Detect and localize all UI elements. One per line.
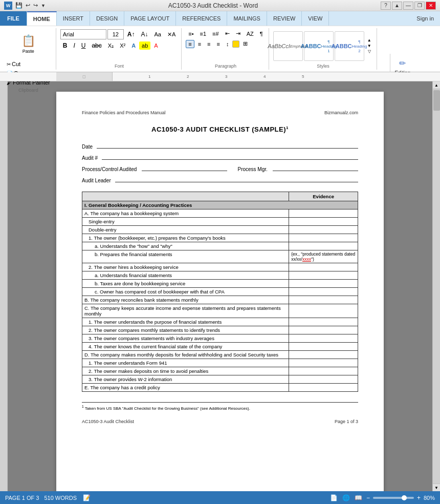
numbering-button[interactable]: ≡1: [197, 30, 209, 38]
maximize-btn[interactable]: ❐: [414, 2, 425, 10]
quick-access-redo[interactable]: ↪: [33, 2, 38, 9]
clipboard-group: 📋 Paste ✂ Cut 📄 Copy 🖌 Format Painter Cl…: [1, 28, 56, 70]
tab-mailings[interactable]: MAILINGS: [227, 11, 267, 26]
audit-leader-field-row: Audit Leader: [82, 175, 358, 183]
decrease-indent-button[interactable]: ⇤: [223, 29, 232, 38]
tab-design[interactable]: DESIGN: [90, 11, 124, 26]
font-name-input[interactable]: [60, 29, 106, 39]
borders-button[interactable]: ⊞: [240, 39, 250, 48]
bold-button[interactable]: B: [60, 41, 70, 50]
tab-review[interactable]: REVIEW: [267, 11, 302, 26]
ribbon-toggle[interactable]: ▲: [392, 2, 402, 10]
style-emphasis[interactable]: AaBbCcI Emphasis: [273, 31, 303, 61]
document-footnote: 1 Taken from US SBA "Audit Checklist for…: [82, 402, 358, 411]
view-print-icon[interactable]: 📄: [329, 493, 339, 502]
quick-access-customize[interactable]: ▼: [41, 3, 46, 8]
decrease-font-button[interactable]: A↓: [138, 30, 150, 39]
tab-home[interactable]: HOME: [27, 11, 57, 26]
table-row: 2. The owner hires a bookkeeping service: [82, 263, 358, 271]
justify-button[interactable]: ≡: [214, 40, 223, 48]
superscript-button[interactable]: X²: [117, 41, 128, 50]
tab-file[interactable]: FILE: [0, 11, 27, 26]
scroll-thumb[interactable]: [433, 90, 440, 111]
multilevel-button[interactable]: ≡#: [210, 30, 222, 38]
table-row: D. The company makes monthly deposits fo…: [82, 351, 358, 359]
row-item: 4. The owner knows the current financial…: [82, 343, 289, 351]
cut-button[interactable]: ✂ Cut: [4, 60, 53, 68]
row-item: 2. The owner makes deposits on time to a…: [82, 367, 289, 375]
proofing-icon[interactable]: 📝: [82, 493, 91, 502]
date-field-row: Date: [82, 141, 358, 150]
zoom-in-button[interactable]: +: [417, 494, 421, 501]
subscript-button[interactable]: X₂: [105, 41, 116, 50]
row-evidence: [289, 209, 358, 218]
document-header: Finance Policies and Procedures Manual B…: [82, 110, 358, 115]
quick-access-save[interactable]: 💾: [15, 2, 23, 9]
tab-page-layout[interactable]: PAGE LAYOUT: [124, 11, 176, 26]
view-web-icon[interactable]: 🌐: [342, 493, 351, 502]
row-evidence: [289, 334, 358, 343]
font-color-button[interactable]: A: [151, 41, 160, 50]
align-center-button[interactable]: ≡: [195, 40, 204, 48]
table-row: 3. The owner provides W-2 information: [82, 375, 358, 384]
sort-button[interactable]: AZ: [244, 30, 256, 38]
align-left-button[interactable]: ≡: [186, 40, 194, 48]
text-effects-button[interactable]: A: [129, 41, 138, 50]
row-item: 1. The owner (bookkeeper, etc.) prepares…: [82, 234, 289, 242]
tab-references[interactable]: REFERENCES: [176, 11, 227, 26]
scroll-up-arrow[interactable]: ▲: [433, 81, 441, 89]
audit-leader-line[interactable]: [115, 175, 358, 182]
zoom-slider[interactable]: [373, 497, 414, 499]
date-line[interactable]: [97, 141, 358, 149]
help-icon[interactable]: ?: [381, 2, 391, 10]
table-row: C. The company keeps accurate income and…: [82, 304, 358, 318]
underline-button[interactable]: U: [79, 41, 89, 50]
view-read-icon[interactable]: 📖: [354, 493, 363, 502]
audit-line[interactable]: [102, 153, 358, 160]
font-size-input[interactable]: [107, 29, 124, 39]
increase-font-button[interactable]: A↑: [125, 30, 138, 39]
clear-formatting-button[interactable]: ✕A: [165, 30, 178, 39]
scroll-down-arrow[interactable]: ▼: [433, 484, 441, 491]
row-evidence: [289, 318, 358, 326]
tab-view[interactable]: VIEW: [302, 11, 329, 26]
styles-scroll-down[interactable]: ▲ ▼ ▽: [365, 38, 373, 54]
bullets-button[interactable]: ≡•: [186, 30, 196, 38]
quick-access-undo[interactable]: ↩: [26, 2, 30, 9]
tab-insert[interactable]: INSERT: [57, 11, 90, 26]
ribbon: FILE HOME INSERT DESIGN PAGE LAYOUT REFE…: [0, 11, 440, 72]
close-btn[interactable]: ✕: [426, 2, 436, 10]
row-evidence: [289, 296, 358, 304]
strikethrough-button[interactable]: abc: [89, 41, 104, 50]
show-marks-button[interactable]: ¶: [257, 30, 266, 38]
header-right: Bizmanualz.com: [324, 110, 358, 115]
row-item: 1. The owner understands Form 941: [82, 359, 289, 367]
change-case-button[interactable]: Aa: [151, 30, 163, 38]
align-right-button[interactable]: ≡: [205, 40, 213, 48]
row-item: 3. The owner provides W-2 information: [82, 375, 289, 384]
line-spacing-button[interactable]: ↕: [224, 40, 232, 48]
italic-button[interactable]: I: [71, 41, 77, 50]
audit-leader-label: Audit Leader: [82, 178, 111, 183]
text-highlight-button[interactable]: ab: [139, 41, 150, 50]
style-heading1[interactable]: AABBC ¶ Heading 1: [304, 31, 334, 61]
document-area[interactable]: Finance Policies and Procedures Manual B…: [8, 81, 432, 491]
sign-in[interactable]: Sign in: [410, 11, 440, 26]
style-heading2[interactable]: AABBC ¶ Heading 2: [335, 31, 364, 61]
table-row: 2. The owner makes deposits on time to a…: [82, 367, 358, 375]
zoom-out-button[interactable]: −: [366, 494, 370, 501]
row-evidence: [289, 280, 358, 288]
row-item: 3. The owner compares statements with in…: [82, 334, 289, 343]
row-item: b. Taxes are done by bookkeeping service: [82, 280, 289, 288]
increase-indent-button[interactable]: ⇥: [233, 29, 243, 38]
process-line[interactable]: [142, 164, 227, 171]
row-item: A. The company has a bookkeeping system: [82, 209, 289, 218]
process-mgr-line[interactable]: [273, 164, 358, 171]
row-item: a. Understands financial statements: [82, 271, 289, 280]
row-evidence: [289, 234, 358, 242]
col-header-evidence: Evidence: [289, 192, 358, 201]
minimize-btn[interactable]: —: [403, 2, 413, 10]
vertical-scrollbar[interactable]: ▲ ▼: [432, 81, 440, 491]
shading-button[interactable]: [232, 40, 239, 48]
paste-button[interactable]: 📋 Paste: [16, 29, 40, 59]
